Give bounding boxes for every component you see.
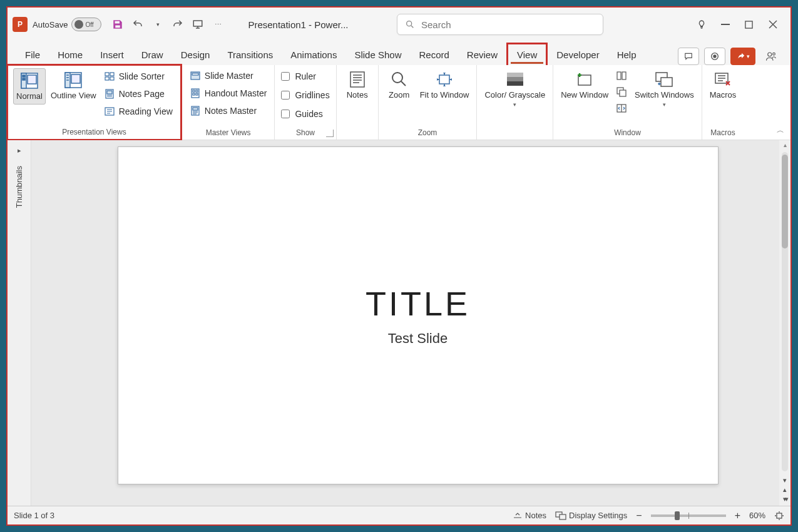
notes-master-icon — [190, 105, 201, 116]
move-split-icon — [616, 103, 627, 114]
tab-record[interactable]: Record — [410, 44, 458, 65]
undo-dropdown[interactable]: ▾ — [151, 18, 164, 31]
toggle-switch[interactable]: Off — [71, 18, 101, 31]
guides-checkbox[interactable]: Guides — [280, 108, 330, 120]
scroll-thumb[interactable] — [782, 155, 788, 248]
scroll-up-arrow[interactable]: ▴ — [782, 140, 788, 150]
fit-to-window-status-button[interactable] — [774, 511, 784, 521]
slide-master-button[interactable]: Slide Master — [187, 69, 270, 83]
tab-transitions[interactable]: Transitions — [218, 44, 282, 65]
slide[interactable]: TITLE Test Slide — [118, 146, 719, 484]
redo-button[interactable] — [171, 18, 184, 31]
fit-to-window-button[interactable]: Fit to Window — [417, 68, 472, 103]
zoom-in-button[interactable]: + — [735, 510, 740, 521]
color-grayscale-button[interactable]: Color/ Grayscale ▾ — [482, 68, 548, 110]
display-settings-label: Display Settings — [569, 511, 627, 520]
tips-icon[interactable] — [695, 18, 708, 31]
svg-rect-24 — [192, 73, 198, 75]
switch-windows-label: Switch Windows — [635, 90, 694, 100]
svg-rect-26 — [193, 90, 195, 92]
collapse-ribbon-button[interactable]: ︿ — [777, 125, 784, 136]
scroll-down-arrow[interactable]: ▾ — [783, 476, 787, 484]
zoom-percent[interactable]: 60% — [749, 511, 765, 520]
tab-help[interactable]: Help — [608, 44, 645, 65]
outline-label: Outline View — [51, 91, 96, 101]
color-group-spacer — [482, 128, 548, 138]
outline-view-button[interactable]: Outline View — [48, 68, 99, 103]
vertical-scrollbar[interactable]: ▴ ▾ ▴ ▾▾ — [779, 140, 790, 506]
svg-rect-49 — [777, 513, 782, 518]
thumbnails-label: Thumbnails — [14, 166, 24, 208]
show-dialog-launcher[interactable] — [326, 130, 334, 137]
display-settings-button[interactable]: Display Settings — [555, 511, 627, 520]
tab-design[interactable]: Design — [172, 44, 219, 65]
normal-view-button[interactable]: Normal — [13, 68, 46, 105]
slide-canvas[interactable]: TITLE Test Slide — [31, 140, 779, 506]
save-button[interactable] — [111, 18, 124, 31]
slide-sorter-button[interactable]: Slide Sorter — [101, 69, 175, 83]
share-button[interactable]: ▾ — [730, 48, 755, 65]
notes-pane-button[interactable]: Notes — [342, 68, 373, 103]
maximize-button[interactable] — [743, 18, 755, 31]
master-views-label: Master Views — [187, 128, 270, 138]
presentation-views-label: Presentation Views — [13, 128, 175, 138]
tab-slide-show[interactable]: Slide Show — [345, 44, 410, 65]
gridlines-checkbox[interactable]: Gridlines — [280, 89, 330, 101]
tab-home[interactable]: Home — [49, 44, 91, 65]
search-box[interactable]: Search — [397, 14, 603, 35]
slide-subtitle[interactable]: Test Slide — [388, 330, 448, 347]
switch-windows-button[interactable]: Switch Windows ▾ — [632, 68, 697, 110]
svg-rect-0 — [194, 21, 203, 26]
tab-insert[interactable]: Insert — [91, 44, 133, 65]
qat-customize-dropdown[interactable]: ⋯ — [212, 18, 224, 31]
arrange-all-button[interactable] — [613, 69, 630, 83]
minimize-button[interactable] — [719, 18, 732, 31]
svg-rect-29 — [196, 93, 198, 95]
ruler-checkbox[interactable]: Ruler — [280, 70, 330, 83]
slide-counter[interactable]: Slide 1 of 3 — [14, 511, 54, 520]
svg-rect-42 — [620, 90, 626, 96]
macros-group-label: Macros — [707, 128, 739, 138]
tab-animations[interactable]: Animations — [282, 44, 345, 65]
handout-master-button[interactable]: Handout Master — [187, 86, 270, 100]
autosave-toggle[interactable]: AutoSave Off — [33, 18, 101, 31]
group-zoom: Zoom Fit to Window Zoom — [379, 65, 478, 140]
svg-rect-37 — [507, 81, 523, 86]
comments-button[interactable] — [678, 48, 699, 65]
tab-review[interactable]: Review — [458, 44, 506, 65]
notes-toggle-button[interactable]: Notes — [513, 511, 546, 520]
zoom-slider[interactable] — [651, 514, 726, 517]
tab-draw[interactable]: Draw — [133, 44, 172, 65]
notes-button-label: Notes — [347, 90, 368, 100]
tab-view[interactable]: View — [506, 43, 548, 65]
scroll-track[interactable] — [782, 152, 788, 471]
notes-icon — [348, 70, 367, 89]
document-title: Presentation1 - Power... — [248, 19, 348, 30]
camera-button[interactable] — [704, 48, 725, 65]
zoom-out-button[interactable]: − — [636, 510, 642, 521]
tab-developer[interactable]: Developer — [548, 44, 608, 65]
undo-button[interactable] — [131, 18, 144, 31]
thumbnails-expand-button[interactable]: ▸ — [18, 146, 21, 155]
move-split-button[interactable] — [613, 101, 630, 115]
close-button[interactable] — [767, 18, 779, 31]
prev-slide-button[interactable]: ▴ — [783, 486, 787, 494]
zoom-slider-thumb[interactable] — [675, 511, 680, 520]
display-settings-icon — [555, 511, 566, 520]
slide-title[interactable]: TITLE — [366, 284, 470, 323]
tab-file[interactable]: File — [16, 44, 49, 65]
quick-access-toolbar: ▾ ⋯ — [111, 18, 224, 31]
account-icon[interactable] — [760, 48, 782, 65]
next-slide-button[interactable]: ▾▾ — [783, 495, 787, 503]
svg-rect-31 — [193, 108, 198, 110]
svg-rect-45 — [661, 78, 672, 86]
notes-master-button[interactable]: Notes Master — [187, 104, 270, 118]
zoom-button[interactable]: Zoom — [384, 68, 415, 103]
cascade-button[interactable] — [613, 85, 630, 99]
new-window-button[interactable]: New Window — [558, 68, 611, 103]
notes-page-button[interactable]: Notes Page — [101, 87, 175, 101]
macros-button[interactable]: Macros — [707, 68, 739, 103]
slideshow-from-beginning-button[interactable] — [192, 18, 204, 31]
svg-rect-39 — [617, 72, 621, 79]
reading-view-button[interactable]: Reading View — [101, 105, 175, 118]
